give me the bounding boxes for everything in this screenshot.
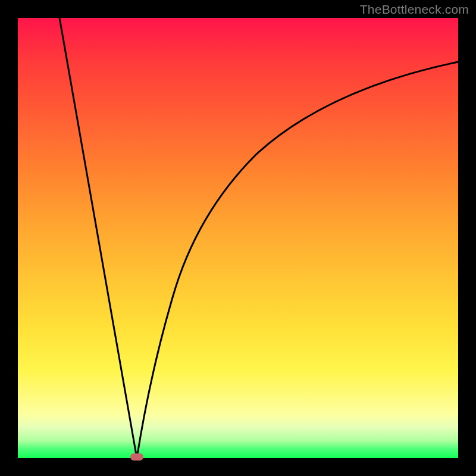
chart-frame: TheBottleneck.com bbox=[0, 0, 476, 476]
right-branch-curve bbox=[137, 62, 458, 458]
minimum-marker bbox=[130, 453, 143, 461]
plot-area bbox=[18, 18, 458, 458]
curve-layer bbox=[18, 18, 458, 458]
left-branch-line bbox=[60, 18, 137, 458]
watermark-text: TheBottleneck.com bbox=[360, 2, 469, 17]
